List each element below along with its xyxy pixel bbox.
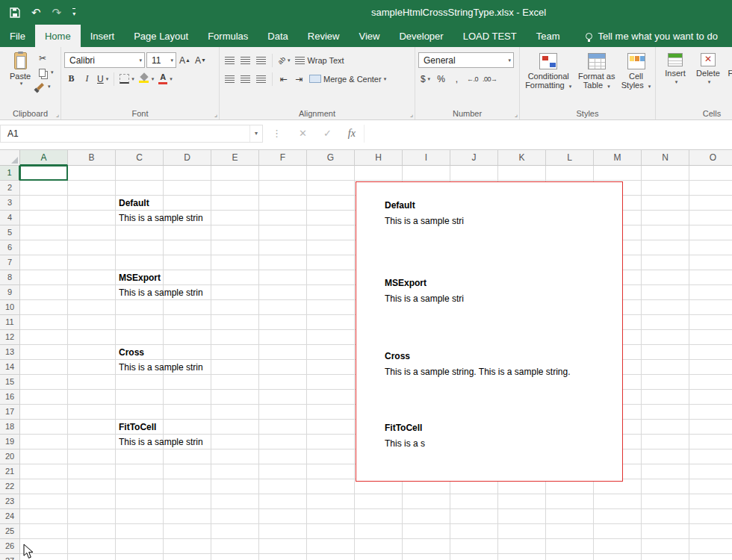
tab-file[interactable]: File (0, 25, 35, 47)
column-header-O[interactable]: O (689, 150, 732, 166)
decrease-decimal-button[interactable]: .00→ (481, 71, 499, 87)
conditional-formatting-button[interactable]: Conditional Formatting ▾ (523, 50, 574, 107)
middle-align-button[interactable] (238, 52, 252, 68)
dialog-launcher-icon[interactable]: ⌟ (214, 111, 217, 118)
row-header-8[interactable]: 8 (0, 270, 20, 285)
cell-C19[interactable]: This is a sample strin (119, 437, 211, 449)
row-header-13[interactable]: 13 (0, 345, 20, 360)
insert-function-button[interactable]: fx (340, 128, 364, 140)
dialog-launcher-icon[interactable]: ⌟ (410, 111, 413, 118)
increase-decimal-button[interactable]: ←.0 (465, 71, 480, 87)
formula-bar-splitter[interactable]: ⋮ (263, 128, 291, 139)
dialog-launcher-icon[interactable]: ⌟ (56, 111, 59, 118)
select-all-corner[interactable] (0, 150, 20, 166)
redo-icon[interactable]: ↷ (52, 7, 62, 18)
row-header-10[interactable]: 10 (0, 300, 20, 315)
row-header-17[interactable]: 17 (0, 405, 20, 420)
row-header-7[interactable]: 7 (0, 255, 20, 270)
row-header-18[interactable]: 18 (0, 420, 20, 435)
column-header-A[interactable]: A (20, 150, 68, 166)
cancel-icon[interactable]: ✕ (291, 128, 315, 139)
column-header-C[interactable]: C (116, 150, 164, 166)
column-header-D[interactable]: D (164, 150, 211, 166)
percent-style-button[interactable]: % (434, 71, 448, 87)
align-center-button[interactable] (238, 71, 252, 87)
save-icon[interactable] (10, 7, 20, 18)
cell-C3[interactable]: Default (119, 198, 211, 210)
column-header-L[interactable]: L (546, 150, 594, 166)
row-header-22[interactable]: 22 (0, 479, 20, 494)
tell-me-box[interactable]: Tell me what you want to do (586, 25, 717, 47)
tab-home[interactable]: Home (35, 25, 81, 47)
formula-input[interactable] (364, 125, 732, 143)
cell-styles-button[interactable]: Cell Styles ▾ (619, 50, 653, 107)
cell-C8[interactable]: MSExport (119, 273, 211, 284)
tab-load-test[interactable]: LOAD TEST (453, 25, 527, 47)
customize-toolbar-icon[interactable]: ▾ (72, 8, 75, 17)
comma-style-button[interactable]: , (450, 71, 464, 87)
row-header-16[interactable]: 16 (0, 390, 20, 405)
paste-button[interactable]: Paste ▾ (3, 50, 37, 93)
tab-insert[interactable]: Insert (81, 25, 125, 47)
cell-C4[interactable]: This is a sample strin (119, 213, 211, 225)
column-header-G[interactable]: G (307, 150, 355, 166)
row-header-21[interactable]: 21 (0, 464, 20, 479)
fill-color-button[interactable]: ▾ (137, 71, 156, 87)
column-header-E[interactable]: E (211, 150, 259, 166)
cell-C18[interactable]: FitToCell (119, 422, 211, 434)
wrap-text-button[interactable]: Wrap Text (294, 52, 346, 68)
dialog-launcher-icon[interactable]: ⌟ (515, 111, 518, 118)
chevron-down-icon[interactable]: ▾ (249, 125, 262, 142)
font-color-button[interactable]: A▾ (157, 71, 174, 87)
font-size-select[interactable]: 11▾ (146, 52, 176, 68)
column-header-J[interactable]: J (450, 150, 498, 166)
export-preview-image[interactable]: DefaultThis is a sample striMSExportThis… (356, 181, 623, 482)
row-header-9[interactable]: 9 (0, 285, 20, 300)
column-header-H[interactable]: H (355, 150, 403, 166)
tab-page-layout[interactable]: Page Layout (124, 25, 198, 47)
row-header-12[interactable]: 12 (0, 330, 20, 345)
row-header-14[interactable]: 14 (0, 360, 20, 375)
row-header-24[interactable]: 24 (0, 509, 20, 524)
orientation-button[interactable]: ab▾ (276, 52, 292, 68)
tab-formulas[interactable]: Formulas (198, 25, 258, 47)
tab-data[interactable]: Data (258, 25, 297, 47)
accounting-format-button[interactable]: $▾ (418, 71, 432, 87)
row-header-23[interactable]: 23 (0, 494, 20, 509)
borders-button[interactable]: ▾ (118, 71, 136, 87)
tab-developer[interactable]: Developer (389, 25, 453, 47)
row-header-20[interactable]: 20 (0, 449, 20, 464)
row-header-11[interactable]: 11 (0, 315, 20, 330)
row-header-27[interactable]: 27 (0, 554, 20, 560)
bottom-align-button[interactable] (254, 52, 268, 68)
tab-review[interactable]: Review (298, 25, 350, 47)
row-header-5[interactable]: 5 (0, 225, 20, 240)
column-header-B[interactable]: B (68, 150, 116, 166)
align-left-button[interactable] (223, 71, 237, 87)
row-header-19[interactable]: 19 (0, 435, 20, 449)
row-header-15[interactable]: 15 (0, 375, 20, 390)
delete-cells-button[interactable]: Delete ▾ (692, 50, 725, 107)
top-align-button[interactable] (223, 52, 237, 68)
cell-C9[interactable]: This is a sample strin (119, 287, 211, 299)
column-header-N[interactable]: N (642, 150, 689, 166)
tab-team[interactable]: Team (527, 25, 570, 47)
merge-center-button[interactable]: Merge & Center▾ (308, 71, 388, 87)
increase-indent-button[interactable]: ⇥ (292, 71, 306, 87)
tab-view[interactable]: View (349, 25, 389, 47)
decrease-indent-button[interactable]: ⇤ (276, 71, 291, 87)
column-header-K[interactable]: K (498, 150, 546, 166)
format-painter-button[interactable]: ▾ (37, 80, 55, 93)
undo-icon[interactable]: ↶ (31, 7, 41, 18)
column-header-F[interactable]: F (259, 150, 307, 166)
underline-button[interactable]: U▾ (96, 71, 110, 87)
row-header-25[interactable]: 25 (0, 524, 20, 539)
bold-button[interactable]: B (64, 71, 78, 87)
format-as-table-button[interactable]: Format as Table ▾ (574, 50, 619, 107)
decrease-font-size-button[interactable]: A▼ (193, 52, 208, 68)
italic-button[interactable]: I (80, 71, 94, 87)
align-right-button[interactable] (254, 71, 268, 87)
row-header-2[interactable]: 2 (0, 181, 20, 196)
cut-button[interactable]: ✂ (37, 52, 55, 65)
number-format-select[interactable]: General▾ (418, 52, 514, 68)
